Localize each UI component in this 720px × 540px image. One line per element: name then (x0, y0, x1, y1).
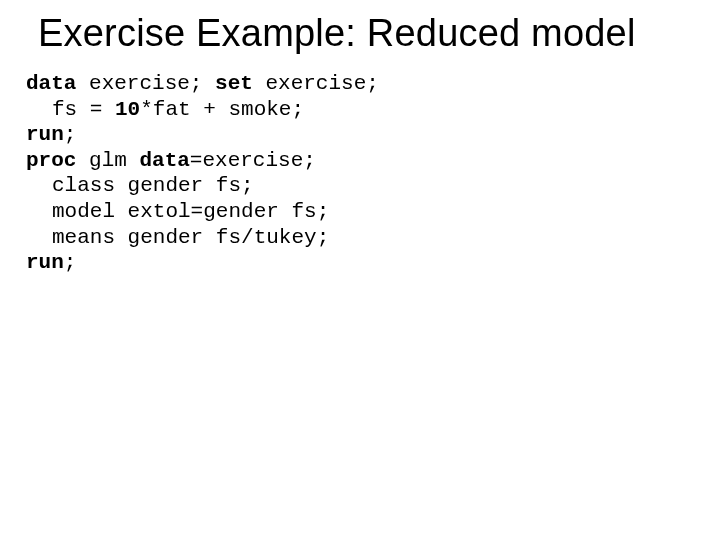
code-text: exercise; (76, 72, 215, 95)
code-text: model extol=gender fs; (26, 200, 329, 223)
code-text: fs = (52, 98, 115, 121)
code-text: glm (76, 149, 139, 172)
code-block: data exercise; set exercise; fs = 10*fat… (0, 71, 720, 276)
keyword-data-option: data (139, 149, 189, 172)
keyword-run: run (26, 251, 64, 274)
keyword-run: run (26, 123, 64, 146)
code-text: =exercise; (190, 149, 316, 172)
slide-container: Exercise Example: Reduced model data exe… (0, 0, 720, 540)
code-number: 10 (115, 98, 140, 121)
code-indent: fs = 10*fat + smoke; (26, 98, 304, 121)
code-text: class gender fs; (26, 174, 254, 197)
code-text: *fat + smoke; (140, 98, 304, 121)
slide-title: Exercise Example: Reduced model (0, 12, 720, 55)
code-text: means gender fs/tukey; (26, 226, 329, 249)
code-text: ; (64, 123, 77, 146)
code-text: exercise; (253, 72, 379, 95)
code-text: ; (64, 251, 77, 274)
keyword-set: set (215, 72, 253, 95)
keyword-proc: proc (26, 149, 76, 172)
keyword-data: data (26, 72, 76, 95)
